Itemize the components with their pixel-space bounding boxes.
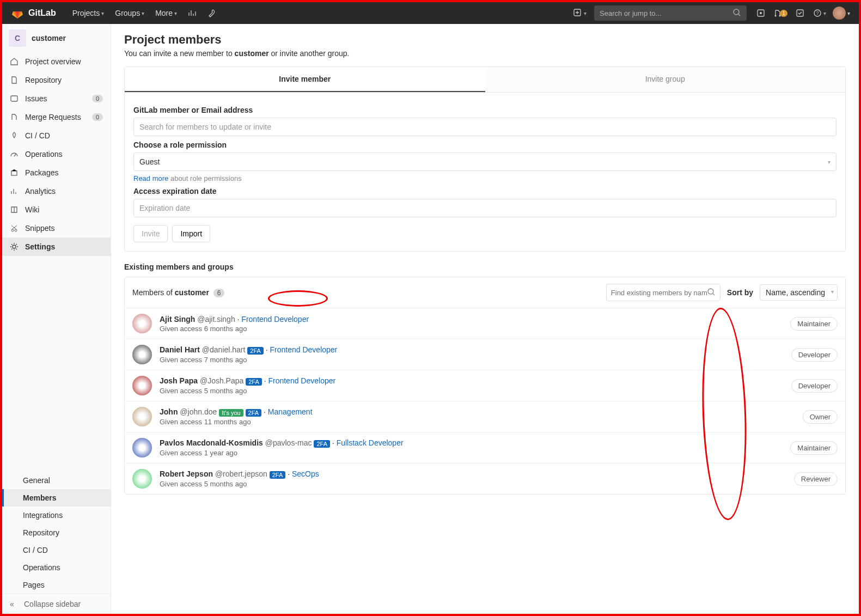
permission-pill[interactable]: Reviewer: [794, 472, 838, 486]
member-search-input[interactable]: [133, 118, 836, 136]
member-name[interactable]: John: [160, 407, 178, 416]
sidebar-item-repository[interactable]: Repository: [2, 71, 111, 89]
member-username: @robert.jepson: [215, 469, 267, 478]
sidebar-item-snippets[interactable]: Snippets: [2, 219, 111, 237]
sidebar-item-settings[interactable]: Settings: [2, 237, 111, 256]
find-members-box[interactable]: [606, 284, 720, 301]
member-username: @Josh.Papa: [200, 376, 243, 385]
sidebar-nav: Project overview Repository Issues0 Merg…: [2, 52, 111, 472]
member-avatar[interactable]: [132, 345, 152, 364]
nav-more[interactable]: More▾: [150, 2, 182, 24]
svg-rect-9: [11, 96, 17, 101]
project-avatar: C: [9, 29, 26, 47]
member-title-link[interactable]: Management: [268, 407, 313, 416]
chart-icon: [10, 187, 19, 196]
permission-pill[interactable]: Developer: [791, 348, 838, 362]
page-subtitle: You can invite a new member to customer …: [124, 49, 846, 58]
members-panel: Members of customer 6 Sort by Name, asce…: [124, 277, 846, 495]
member-title-link[interactable]: SecOps: [292, 469, 319, 478]
members-header: Members of customer 6 Sort by Name, asce…: [125, 277, 845, 308]
sidebar-item-merge-requests[interactable]: Merge Requests0: [2, 108, 111, 126]
project-context[interactable]: C customer: [2, 24, 111, 52]
read-more-link[interactable]: Read more: [133, 174, 168, 182]
svg-rect-10: [11, 171, 17, 175]
member-avatar[interactable]: [132, 314, 152, 333]
merge-requests-icon[interactable]: 1: [771, 2, 790, 24]
twofa-badge: 2FA: [246, 409, 262, 417]
permission-pill[interactable]: Maintainer: [790, 441, 838, 455]
user-avatar[interactable]: [833, 7, 846, 20]
subnav-pages[interactable]: Pages: [2, 576, 111, 594]
member-count-badge: 6: [213, 289, 225, 297]
file-icon: [10, 76, 19, 84]
expiration-input[interactable]: [133, 199, 836, 217]
svg-point-1: [734, 9, 739, 15]
permission-pill[interactable]: Owner: [803, 410, 838, 424]
chevron-left-icon: «: [10, 600, 19, 608]
member-title-link[interactable]: Frontend Developer: [268, 376, 335, 385]
sidebar-item-analytics[interactable]: Analytics: [2, 182, 111, 200]
subnav-operations[interactable]: Operations: [2, 559, 111, 576]
sidebar-item-cicd[interactable]: CI / CD: [2, 126, 111, 145]
tab-invite-group[interactable]: Invite group: [485, 67, 846, 92]
sort-dropdown[interactable]: Name, ascending ▾: [760, 284, 838, 301]
find-members-input[interactable]: [611, 289, 707, 297]
member-row: Pavlos Macdonald-Kosmidis @pavlos-mac 2F…: [125, 432, 845, 463]
member-avatar[interactable]: [132, 469, 152, 489]
topbar: GitLab Projects▾ Groups▾ More▾ ▾ 1 ?▾ ▾: [2, 2, 859, 24]
meter-icon: [10, 150, 19, 158]
member-title-link[interactable]: Fullstack Developer: [337, 438, 404, 447]
book-icon: [10, 205, 19, 214]
brand[interactable]: GitLab: [28, 8, 56, 18]
plus-icon[interactable]: ▾: [570, 2, 590, 24]
member-avatar[interactable]: [132, 438, 152, 458]
member-name[interactable]: Robert Jepson: [160, 469, 213, 478]
sidebar: C customer Project overview Repository I…: [2, 24, 111, 614]
subnav-repository[interactable]: Repository: [2, 524, 111, 541]
member-title-link[interactable]: Frontend Developer: [270, 345, 338, 354]
sidebar-item-operations[interactable]: Operations: [2, 145, 111, 163]
subnav-integrations[interactable]: Integrations: [2, 507, 111, 524]
todos-icon[interactable]: [790, 2, 810, 24]
nav-projects[interactable]: Projects▾: [67, 2, 110, 24]
wrench-icon[interactable]: [202, 2, 222, 24]
subnav-general[interactable]: General: [2, 472, 111, 489]
member-name[interactable]: Josh Papa: [160, 376, 198, 385]
permission-pill[interactable]: Maintainer: [790, 317, 838, 331]
search-input[interactable]: [600, 9, 732, 17]
member-username: @ajit.singh: [197, 315, 235, 324]
member-avatar[interactable]: [132, 407, 152, 426]
sidebar-item-wiki[interactable]: Wiki: [2, 200, 111, 219]
search-icon: [707, 288, 716, 298]
permission-pill[interactable]: Developer: [791, 379, 838, 393]
member-avatar[interactable]: [132, 376, 152, 395]
role-select[interactable]: Guest ▾: [133, 153, 836, 171]
sidebar-item-overview[interactable]: Project overview: [2, 52, 111, 71]
sidebar-item-packages[interactable]: Packages: [2, 163, 111, 182]
sidebar-item-issues[interactable]: Issues0: [2, 89, 111, 108]
subnav-cicd[interactable]: CI / CD: [2, 541, 111, 559]
invite-button[interactable]: Invite: [133, 225, 168, 242]
issue-icon: [10, 94, 19, 103]
gitlab-logo-icon[interactable]: [11, 6, 28, 21]
collapse-sidebar[interactable]: « Collapse sidebar: [2, 594, 111, 614]
svg-point-14: [708, 289, 713, 294]
member-title-link[interactable]: Frontend Developer: [241, 315, 309, 324]
tab-invite-member[interactable]: Invite member: [125, 67, 485, 92]
invite-panel: Invite member Invite group GitLab member…: [124, 66, 846, 252]
member-name[interactable]: Ajit Singh: [160, 315, 195, 324]
member-name[interactable]: Daniel Hart: [160, 345, 200, 354]
subnav-members[interactable]: Members: [2, 489, 111, 507]
nav-groups[interactable]: Groups▾: [109, 2, 150, 24]
issues-icon[interactable]: [751, 2, 771, 24]
member-access-info: Given access 6 months ago: [160, 325, 783, 333]
role-help: Read more about role permissions: [133, 174, 836, 182]
activity-icon[interactable]: [182, 2, 202, 24]
member-name[interactable]: Pavlos Macdonald-Kosmidis: [160, 438, 263, 447]
import-button[interactable]: Import: [172, 225, 210, 242]
members-list: Ajit Singh @ajit.singh · Frontend Develo…: [125, 308, 845, 494]
help-icon[interactable]: ?▾: [810, 2, 829, 24]
twofa-badge: 2FA: [246, 378, 262, 386]
global-search[interactable]: [594, 5, 747, 21]
label-member: GitLab member or Email address: [133, 106, 836, 114]
